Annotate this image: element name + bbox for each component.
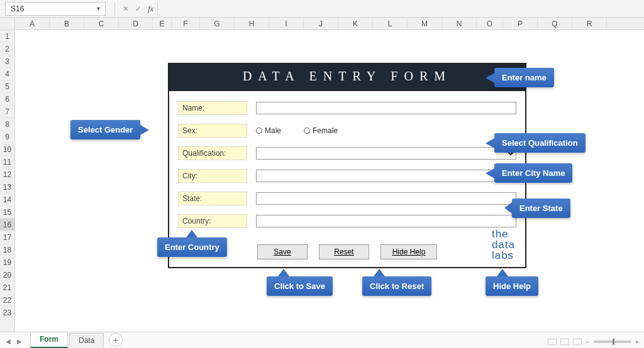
label-qualification: Qualification: xyxy=(178,146,247,160)
row-header[interactable]: 22 xyxy=(0,294,14,307)
column-header[interactable]: J xyxy=(304,18,338,30)
row-header[interactable]: 17 xyxy=(0,231,14,244)
reset-button[interactable]: Reset xyxy=(319,244,369,259)
column-header[interactable]: G xyxy=(200,18,235,30)
row-header[interactable]: 18 xyxy=(0,244,14,256)
column-header[interactable]: P xyxy=(503,18,538,30)
radio-male-label: Male xyxy=(265,126,281,135)
row-header[interactable]: 6 xyxy=(0,93,14,106)
column-header-row: ABCDEFGHIJKLMNOPQR xyxy=(0,18,644,30)
callout-select-qualification: Select Qualification xyxy=(494,133,586,153)
row-header[interactable]: 19 xyxy=(0,256,14,269)
column-header[interactable]: A xyxy=(15,18,50,30)
label-sex: Sex: xyxy=(178,124,247,138)
column-header[interactable]: M xyxy=(408,18,442,30)
view-normal-icon[interactable] xyxy=(548,339,557,345)
formula-input[interactable] xyxy=(157,2,640,16)
column-header[interactable]: Q xyxy=(538,18,572,30)
nav-next-icon[interactable]: ▶ xyxy=(15,337,24,345)
state-input[interactable] xyxy=(256,192,516,205)
row-header[interactable]: 7 xyxy=(0,106,14,118)
add-sheet-button[interactable]: ＋ xyxy=(109,333,123,347)
fx-icon[interactable]: fx xyxy=(148,4,153,14)
save-button[interactable]: Save xyxy=(257,244,308,259)
callout-enter-city: Enter City Name xyxy=(494,163,572,183)
row-header[interactable]: 4 xyxy=(0,68,14,80)
row-header[interactable]: 21 xyxy=(0,281,14,294)
hide-help-button[interactable]: Hide Help xyxy=(380,244,437,259)
formula-bar-row: S16 ▼ ✕ ✓ fx xyxy=(0,0,644,18)
row-header[interactable]: 2 xyxy=(0,43,14,55)
column-header[interactable]: I xyxy=(269,18,304,30)
radio-female-label: Female xyxy=(313,126,338,135)
column-header[interactable]: E xyxy=(153,18,172,30)
column-header[interactable]: O xyxy=(477,18,503,30)
radio-female[interactable]: Female xyxy=(304,126,338,135)
sheet-tab-data[interactable]: Data xyxy=(69,333,104,348)
column-header[interactable]: L xyxy=(373,18,408,30)
column-header[interactable]: F xyxy=(172,18,200,30)
callout-enter-name: Enter name xyxy=(494,68,554,87)
thedatalabs-logo: the data labs xyxy=(492,229,515,261)
sheet-tab-bar: ◀ ▶ Form Data ＋ − + xyxy=(0,332,644,348)
row-header[interactable]: 9 xyxy=(0,131,14,143)
zoom-out-icon[interactable]: − xyxy=(586,338,589,345)
country-input[interactable] xyxy=(256,215,516,227)
status-bar-right: − + xyxy=(548,338,639,345)
sheet-nav-arrows[interactable]: ◀ ▶ xyxy=(4,337,24,345)
column-header[interactable]: R xyxy=(572,18,607,30)
grid-area: 1234567891011121314151617181920212223 DA… xyxy=(0,30,644,332)
nav-prev-icon[interactable]: ◀ xyxy=(4,337,13,345)
chevron-down-icon[interactable]: ▼ xyxy=(96,6,101,12)
row-header[interactable]: 12 xyxy=(0,168,14,181)
view-layout-icon[interactable] xyxy=(560,339,569,345)
column-headers: ABCDEFGHIJKLMNOPQR xyxy=(15,18,644,30)
label-name: Name: xyxy=(178,101,247,115)
grid-body[interactable]: DATA ENTRY FORM Name: Sex: Male xyxy=(15,30,644,332)
zoom-in-icon[interactable]: + xyxy=(635,338,639,345)
column-header[interactable]: C xyxy=(84,18,119,30)
enter-icon[interactable]: ✓ xyxy=(135,4,142,13)
cancel-icon[interactable]: ✕ xyxy=(123,4,129,13)
sheet-tab-form[interactable]: Form xyxy=(30,332,68,348)
row-headers: 1234567891011121314151617181920212223 xyxy=(0,30,15,332)
row-header[interactable]: 5 xyxy=(0,80,14,93)
select-all-corner[interactable] xyxy=(0,18,15,30)
column-header[interactable]: B xyxy=(50,18,84,30)
sex-radio-group: Male Female xyxy=(256,126,338,135)
row-header[interactable]: 20 xyxy=(0,269,14,281)
label-city: City: xyxy=(178,169,247,183)
form-title: DATA ENTRY FORM xyxy=(169,64,525,91)
city-input[interactable] xyxy=(256,170,516,182)
row-header[interactable]: 13 xyxy=(0,181,14,193)
row-header[interactable]: 15 xyxy=(0,206,14,219)
callout-click-save: Click to Save xyxy=(267,276,333,296)
row-header[interactable]: 1 xyxy=(0,30,14,43)
zoom-slider[interactable] xyxy=(594,340,631,343)
radio-icon xyxy=(256,128,262,134)
column-header[interactable]: N xyxy=(442,18,477,30)
callout-select-gender: Select Gender xyxy=(70,120,140,139)
callout-enter-state: Enter State xyxy=(512,198,570,218)
view-pagebreak-icon[interactable] xyxy=(573,339,582,345)
row-header[interactable]: 11 xyxy=(0,156,14,168)
row-header[interactable]: 14 xyxy=(0,193,14,206)
name-box[interactable]: S16 ▼ xyxy=(5,2,106,16)
qualification-select[interactable] xyxy=(256,147,516,160)
radio-male[interactable]: Male xyxy=(256,126,281,135)
column-header[interactable]: D xyxy=(119,18,153,30)
label-state: State: xyxy=(178,192,247,205)
row-header[interactable]: 23 xyxy=(0,307,14,319)
radio-icon xyxy=(304,128,310,134)
form-actions: Save Reset Hide Help xyxy=(178,244,516,259)
column-header[interactable]: H xyxy=(235,18,269,30)
formula-bar-icons: ✕ ✓ fx xyxy=(119,4,157,14)
row-header[interactable]: 16 xyxy=(0,219,14,231)
row-header[interactable]: 10 xyxy=(0,143,14,156)
column-header[interactable]: K xyxy=(338,18,373,30)
row-header[interactable]: 8 xyxy=(0,118,14,131)
row-header[interactable]: 3 xyxy=(0,55,14,68)
name-input[interactable] xyxy=(256,102,516,114)
callout-click-reset: Click to Reset xyxy=(362,276,431,296)
divider xyxy=(114,2,115,16)
